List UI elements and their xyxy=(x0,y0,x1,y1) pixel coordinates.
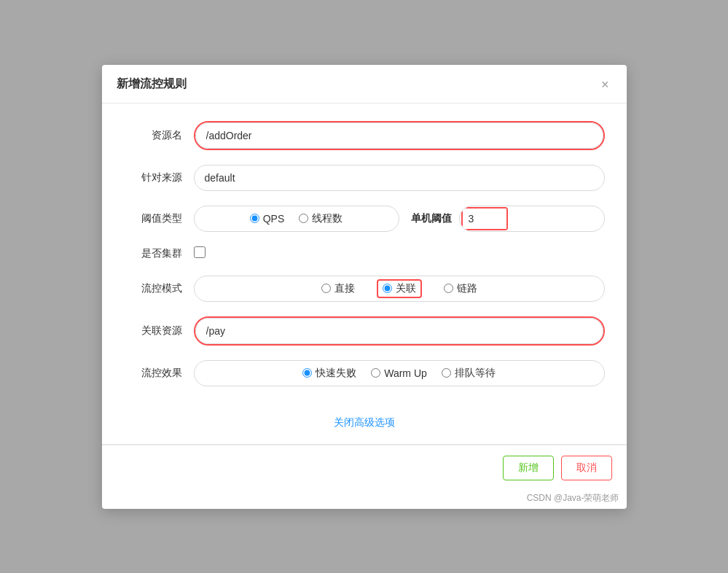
add-button[interactable]: 新增 xyxy=(503,456,554,480)
cluster-label: 是否集群 xyxy=(124,247,182,260)
dialog: 新增流控规则 × 资源名 针对来源 xyxy=(102,65,627,509)
qps-radio[interactable] xyxy=(250,214,259,223)
flow-mode-label: 流控模式 xyxy=(124,282,182,295)
flow-effect-row: 流控效果 快速失败 Warm Up 排队等待 xyxy=(124,360,605,386)
single-threshold-input[interactable] xyxy=(463,208,506,229)
threshold-type-label: 阈值类型 xyxy=(124,212,182,225)
fast-fail-radio[interactable] xyxy=(302,368,312,378)
dialog-overlay: 新增流控规则 × 资源名 针对来源 xyxy=(0,0,728,573)
resource-name-row: 资源名 xyxy=(124,121,605,150)
warm-up-label: Warm Up xyxy=(384,367,427,379)
fast-fail-radio-label[interactable]: 快速失败 xyxy=(302,367,356,380)
flow-effect-label: 流控效果 xyxy=(124,367,182,380)
resource-name-input[interactable] xyxy=(195,122,603,149)
direct-radio-label[interactable]: 直接 xyxy=(321,282,355,295)
watermark-text: CSDN @Java-荣萌老师 xyxy=(527,493,619,503)
source-content xyxy=(194,165,605,191)
flow-mode-content: 直接 关联 链路 xyxy=(194,276,605,302)
associated-resource-input[interactable] xyxy=(195,318,603,344)
close-icon[interactable]: × xyxy=(598,77,612,93)
queue-radio-label[interactable]: 排队等待 xyxy=(442,367,496,380)
source-label: 针对来源 xyxy=(124,171,182,184)
dialog-footer: 新增 取消 xyxy=(102,445,627,491)
resource-name-label: 资源名 xyxy=(124,129,182,142)
chain-radio[interactable] xyxy=(444,284,453,293)
associated-resource-content xyxy=(194,316,605,346)
thread-count-label: 线程数 xyxy=(312,212,343,225)
threshold-row: 阈值类型 QPS 线程数 单机阈值 xyxy=(124,206,605,232)
flow-mode-group: 直接 关联 链路 xyxy=(194,276,605,302)
cluster-content xyxy=(194,246,605,261)
source-row: 针对来源 xyxy=(124,165,605,191)
associated-label: 关联 xyxy=(396,282,416,295)
threshold-type-group: QPS 线程数 xyxy=(194,206,399,232)
flow-mode-row: 流控模式 直接 关联 xyxy=(124,276,605,302)
single-threshold-label: 单机阈值 xyxy=(411,212,452,225)
direct-radio[interactable] xyxy=(321,284,331,293)
associated-resource-row: 关联资源 xyxy=(124,316,605,346)
thread-count-radio[interactable] xyxy=(299,214,308,223)
chain-label: 链路 xyxy=(457,282,477,295)
associated-radio-highlighted: 关联 xyxy=(377,279,422,298)
watermark: CSDN @Java-荣萌老师 xyxy=(102,491,627,509)
thread-count-radio-label[interactable]: 线程数 xyxy=(299,212,343,225)
associated-radio-label[interactable]: 关联 xyxy=(383,282,416,295)
dialog-header: 新增流控规则 × xyxy=(102,65,627,104)
queue-radio[interactable] xyxy=(442,368,451,378)
source-input[interactable] xyxy=(194,165,605,191)
direct-label: 直接 xyxy=(334,282,355,295)
resource-name-content xyxy=(194,121,605,150)
associated-resource-label: 关联资源 xyxy=(124,324,182,338)
warm-up-radio-label[interactable]: Warm Up xyxy=(371,367,427,379)
cancel-button[interactable]: 取消 xyxy=(561,456,612,480)
warm-up-radio[interactable] xyxy=(371,368,380,378)
queue-label: 排队等待 xyxy=(455,367,496,380)
qps-radio-label[interactable]: QPS xyxy=(250,213,285,225)
dialog-title: 新增流控规则 xyxy=(117,77,187,92)
flow-effect-content: 快速失败 Warm Up 排队等待 xyxy=(194,360,605,386)
close-advanced-link[interactable]: 关闭高级选项 xyxy=(334,416,395,428)
close-advanced-section: 关闭高级选项 xyxy=(102,408,627,444)
dialog-body: 资源名 针对来源 阈值类型 xyxy=(102,104,627,408)
qps-label: QPS xyxy=(263,213,285,225)
cluster-checkbox[interactable] xyxy=(194,246,206,258)
cluster-row: 是否集群 xyxy=(124,246,605,261)
chain-radio-label[interactable]: 链路 xyxy=(444,282,477,295)
flow-effect-group: 快速失败 Warm Up 排队等待 xyxy=(194,360,605,386)
associated-radio[interactable] xyxy=(383,284,392,293)
fast-fail-label: 快速失败 xyxy=(316,367,356,380)
single-threshold-section: 单机阈值 xyxy=(411,206,605,232)
